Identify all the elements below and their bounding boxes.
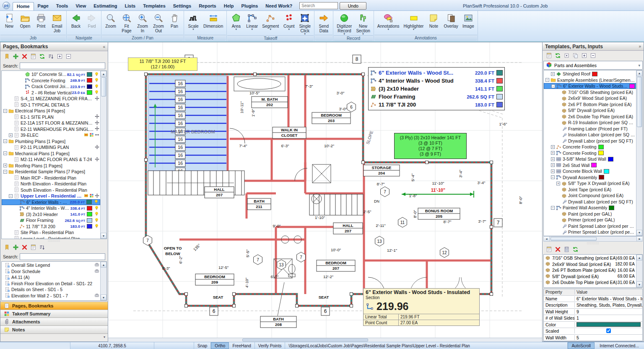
move-icon[interactable] bbox=[95, 120, 99, 126]
collapse-icon[interactable]: − bbox=[551, 84, 555, 88]
print-button[interactable]: Print bbox=[33, 12, 49, 35]
bookmark-gold-icon[interactable] bbox=[4, 244, 10, 250]
add-green-icon[interactable] bbox=[13, 244, 19, 250]
elec-h-icon[interactable] bbox=[84, 193, 88, 199]
tree-item[interactable]: (3) 2x10 Header141.0 FT bbox=[2, 211, 100, 218]
tree-item[interactable]: Primer (priced per GAL) bbox=[544, 217, 636, 223]
property-row-wall-width[interactable]: Wall Width5 bbox=[544, 335, 642, 341]
visibility-bulb-icon[interactable] bbox=[93, 78, 99, 83]
tree-item[interactable]: R-19 Insulation (priced per SQ FT) bbox=[544, 120, 636, 126]
expand-icon[interactable]: + bbox=[551, 151, 555, 155]
expand-icon[interactable]: + bbox=[3, 164, 7, 167]
collapse-icon[interactable]: − bbox=[3, 109, 7, 113]
scaled-checkbox[interactable] bbox=[606, 328, 611, 333]
pan-button[interactable]: Pan bbox=[166, 12, 182, 35]
bookmark-item[interactable]: Details on Sheet - SD1 - 5 bbox=[2, 286, 100, 293]
property-row-name[interactable]: Name6" Exterior Walls - Wood Studs - Ins… bbox=[544, 296, 642, 302]
image-button[interactable]: Image bbox=[460, 12, 476, 35]
tree-item[interactable]: Paint (priced per GAL) bbox=[544, 211, 636, 217]
expand-icon[interactable]: + bbox=[551, 163, 555, 167]
calculator-icon[interactable] bbox=[564, 246, 570, 253]
panel-splitter[interactable]: :::::::::: bbox=[543, 242, 644, 245]
scale-button[interactable]: Scale▼ bbox=[185, 12, 201, 35]
visibility-bulb-icon[interactable] bbox=[93, 90, 99, 95]
color-swatch[interactable] bbox=[87, 90, 92, 95]
canvas-h-scrollbar[interactable] bbox=[108, 338, 542, 342]
tree-item[interactable]: 5/8" Drywall (priced EA) bbox=[544, 107, 636, 114]
menu-tab-home[interactable]: Home bbox=[13, 2, 34, 10]
camera-icon[interactable] bbox=[94, 268, 99, 274]
toggle-ortho[interactable]: Ortho bbox=[211, 342, 229, 349]
tree-item[interactable]: +3-5/8" Metal Stud Wall bbox=[544, 156, 636, 162]
tree-item[interactable]: North Elevation - Residential Plan bbox=[2, 181, 100, 187]
panel-nav-overflow[interactable]: ▾ bbox=[0, 334, 108, 340]
undo-button[interactable]: Undo bbox=[340, 2, 366, 10]
elec-grid-icon[interactable] bbox=[89, 133, 94, 138]
zoom-in-button[interactable]: Zoom In bbox=[135, 12, 151, 35]
sort-icon[interactable] bbox=[39, 244, 45, 250]
menu-tab-page[interactable]: Page bbox=[34, 2, 52, 10]
fit-page-button[interactable]: Fit Page bbox=[119, 12, 135, 35]
move-icon[interactable] bbox=[95, 157, 99, 162]
tree-item[interactable]: 2 - #6 Rebar Vertical23.0 EA bbox=[2, 90, 100, 96]
menu-tab-settings[interactable]: Settings bbox=[169, 2, 195, 10]
drawing-canvas[interactable]: 161616161616161616161616 bbox=[108, 42, 542, 342]
bookmark-item[interactable]: Elevation for Wall 2 - SD1 - 7 bbox=[2, 293, 100, 299]
single-click-button[interactable]: Single Click▼ bbox=[297, 12, 313, 35]
tree-item[interactable]: −Plumbing Plans [1 Pages] bbox=[2, 138, 100, 145]
menu-tab-tools[interactable]: Tools bbox=[52, 2, 72, 10]
tree-item[interactable]: P2-11 PLUMBING PLAN bbox=[2, 144, 100, 151]
bookmarks-scrollbar[interactable]: ▲▼ bbox=[100, 262, 106, 300]
area-button[interactable]: Area▼ bbox=[228, 12, 244, 35]
color-swatch[interactable] bbox=[609, 206, 614, 210]
color-swatch[interactable] bbox=[87, 78, 92, 83]
menu-tab-help[interactable]: Help bbox=[220, 2, 238, 10]
expand-icon[interactable]: + bbox=[551, 145, 555, 149]
tree-item[interactable]: −6" Exterior Walls - Wood Studs - Insula… bbox=[544, 83, 636, 89]
bookmark-item[interactable]: A4.11 (A) bbox=[2, 274, 100, 281]
menu-tab-need-work-[interactable]: Need Work? bbox=[262, 2, 296, 10]
tree-item[interactable]: −Example Assemblies (Linear/Segment Take… bbox=[544, 77, 636, 83]
panel-splitter[interactable]: :::::::::: bbox=[0, 239, 108, 242]
tree-item[interactable]: −Residential Sample Plans [7 Pages] bbox=[2, 169, 100, 175]
toggle-snap[interactable]: Snap bbox=[194, 342, 211, 349]
fwd-button[interactable]: Fwd bbox=[84, 12, 100, 35]
tree-item[interactable]: −Upper Level - Residential Plan bbox=[2, 193, 100, 199]
color-swatch[interactable] bbox=[608, 157, 613, 161]
tree-item[interactable]: 2x6 Double Top Plate (priced EA) bbox=[544, 113, 636, 120]
note-button[interactable]: Note bbox=[426, 12, 441, 35]
header-annotation-note[interactable]: (3 Ply) (3) 2x10 Header 141 FT (3 @ 10 F… bbox=[394, 133, 467, 159]
panel-nav-attachments[interactable]: Attachments bbox=[0, 318, 108, 326]
copy-icon[interactable] bbox=[572, 52, 579, 59]
tree-item[interactable]: Drywall Labor (priced per SQ FT) bbox=[544, 138, 636, 144]
tree-item[interactable]: Site Plan - Residential Plan bbox=[2, 229, 100, 236]
tree-item[interactable]: +Roofing Plans [1 Pages] bbox=[2, 163, 100, 169]
tree-item[interactable]: 7/16" OSB Sheathing (priced EA) bbox=[544, 89, 636, 95]
bookmark-item[interactable]: Finish Floor Elevation on Detail - SD1- … bbox=[2, 281, 100, 287]
tree-item[interactable]: M2-11 HVAC FLOOR PLANS & T-24 bbox=[2, 156, 100, 163]
tree-item[interactable]: +Concrete Block Wall bbox=[544, 168, 636, 174]
tree-item[interactable]: 10" Concrete Slab82.1 SQ FT bbox=[2, 71, 100, 78]
tree-item[interactable]: +Shingled Roof bbox=[544, 71, 636, 77]
overlay-button[interactable]: Overlay bbox=[441, 12, 460, 35]
expand-all-icon[interactable] bbox=[581, 52, 587, 59]
bookmark-item[interactable]: Overall Site Legend bbox=[2, 262, 100, 268]
visibility-bulb-icon[interactable] bbox=[93, 218, 99, 223]
bookmarks-search-input[interactable] bbox=[20, 253, 105, 260]
camera-icon[interactable] bbox=[94, 262, 99, 268]
bookmark-gold-icon[interactable] bbox=[4, 53, 10, 60]
tree-item[interactable]: 11 7/8" TJI 200183.0 FT bbox=[2, 224, 100, 230]
collapse-icon[interactable]: − bbox=[551, 206, 555, 210]
parts-and-assemblies-dropdown[interactable]: Parts and Assemblies ▾ bbox=[543, 61, 643, 69]
color-swatch[interactable] bbox=[86, 200, 92, 204]
harrow-icon[interactable] bbox=[95, 133, 99, 138]
highlighter-button[interactable]: Highlighter▼ bbox=[402, 12, 426, 35]
tree-item[interactable]: E2-11 WAREHOUSE PLAN SINGLE LINE DIAGR..… bbox=[2, 126, 100, 133]
tree-item[interactable]: E1-1 SITE PLAN bbox=[2, 114, 100, 120]
visibility-bulb-icon[interactable] bbox=[93, 199, 99, 205]
takeoff-point-handle[interactable] bbox=[490, 293, 493, 296]
visibility-bulb-icon[interactable] bbox=[93, 84, 99, 89]
takeoff-point-handle[interactable] bbox=[145, 159, 148, 161]
visibility-bulb-icon[interactable] bbox=[93, 211, 99, 217]
collapse-panel-icon[interactable]: « bbox=[103, 44, 105, 49]
